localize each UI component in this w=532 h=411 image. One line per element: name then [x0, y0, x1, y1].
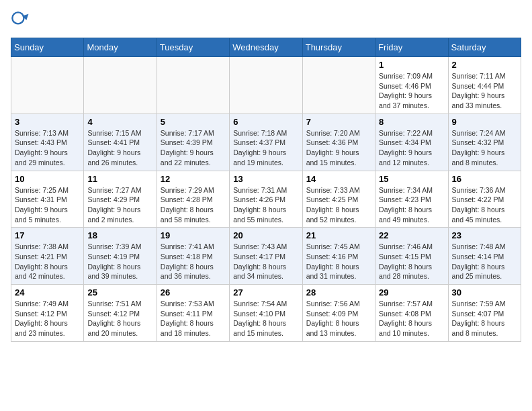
day-number: 2 — [452, 60, 517, 70]
calendar-week-row: 1Sunrise: 7:09 AM Sunset: 4:46 PM Daylig… — [11, 57, 521, 114]
calendar-day-cell: 23Sunrise: 7:48 AM Sunset: 4:14 PM Dayli… — [448, 228, 521, 285]
day-info: Sunrise: 7:25 AM Sunset: 4:31 PM Dayligh… — [15, 185, 80, 225]
day-info: Sunrise: 7:29 AM Sunset: 4:28 PM Dayligh… — [161, 185, 226, 225]
calendar-day-cell — [157, 57, 229, 114]
day-number: 16 — [452, 174, 517, 184]
calendar-day-cell: 5Sunrise: 7:17 AM Sunset: 4:39 PM Daylig… — [157, 113, 229, 171]
calendar-day-cell: 27Sunrise: 7:54 AM Sunset: 4:10 PM Dayli… — [230, 285, 302, 342]
day-info: Sunrise: 7:13 AM Sunset: 4:43 PM Dayligh… — [15, 128, 80, 168]
calendar-week-row: 10Sunrise: 7:25 AM Sunset: 4:31 PM Dayli… — [11, 171, 521, 228]
calendar-day-cell: 17Sunrise: 7:38 AM Sunset: 4:21 PM Dayli… — [11, 228, 84, 285]
day-number: 1 — [379, 60, 444, 70]
calendar-day-cell: 8Sunrise: 7:22 AM Sunset: 4:34 PM Daylig… — [375, 113, 448, 171]
day-number: 11 — [87, 174, 152, 184]
day-number: 15 — [379, 174, 444, 184]
calendar-body: 1Sunrise: 7:09 AM Sunset: 4:46 PM Daylig… — [11, 57, 521, 342]
day-number: 17 — [15, 230, 80, 240]
day-info: Sunrise: 7:27 AM Sunset: 4:29 PM Dayligh… — [87, 185, 152, 225]
day-number: 22 — [379, 230, 444, 240]
day-info: Sunrise: 7:15 AM Sunset: 4:41 PM Dayligh… — [87, 128, 152, 168]
page-header — [11, 11, 521, 30]
day-number: 4 — [87, 117, 152, 127]
day-info: Sunrise: 7:41 AM Sunset: 4:18 PM Dayligh… — [161, 242, 226, 281]
calendar-day-header: Tuesday — [157, 38, 229, 57]
day-number: 5 — [161, 117, 226, 127]
day-info: Sunrise: 7:45 AM Sunset: 4:16 PM Dayligh… — [306, 242, 371, 281]
calendar-day-cell — [302, 57, 375, 114]
day-info: Sunrise: 7:18 AM Sunset: 4:37 PM Dayligh… — [233, 128, 298, 168]
day-number: 8 — [379, 117, 444, 127]
day-number: 26 — [161, 287, 226, 298]
day-number: 18 — [87, 230, 152, 240]
calendar-day-cell: 11Sunrise: 7:27 AM Sunset: 4:29 PM Dayli… — [84, 171, 157, 228]
calendar-day-cell: 10Sunrise: 7:25 AM Sunset: 4:31 PM Dayli… — [11, 171, 84, 228]
calendar-day-cell: 18Sunrise: 7:39 AM Sunset: 4:19 PM Dayli… — [84, 228, 157, 285]
calendar-day-header: Sunday — [11, 38, 84, 57]
day-info: Sunrise: 7:51 AM Sunset: 4:12 PM Dayligh… — [87, 299, 152, 338]
day-info: Sunrise: 7:36 AM Sunset: 4:22 PM Dayligh… — [452, 185, 517, 225]
calendar-table: SundayMondayTuesdayWednesdayThursdayFrid… — [11, 38, 521, 342]
day-info: Sunrise: 7:24 AM Sunset: 4:32 PM Dayligh… — [452, 128, 517, 168]
calendar-day-cell — [11, 57, 84, 114]
calendar-day-cell: 7Sunrise: 7:20 AM Sunset: 4:36 PM Daylig… — [302, 113, 375, 171]
calendar-day-cell: 15Sunrise: 7:34 AM Sunset: 4:23 PM Dayli… — [375, 171, 448, 228]
day-info: Sunrise: 7:43 AM Sunset: 4:17 PM Dayligh… — [233, 242, 298, 281]
day-number: 10 — [15, 174, 80, 184]
day-number: 29 — [379, 287, 444, 298]
calendar-day-cell: 25Sunrise: 7:51 AM Sunset: 4:12 PM Dayli… — [84, 285, 157, 342]
calendar-week-row: 17Sunrise: 7:38 AM Sunset: 4:21 PM Dayli… — [11, 228, 521, 285]
day-info: Sunrise: 7:34 AM Sunset: 4:23 PM Dayligh… — [379, 185, 444, 225]
calendar-day-cell: 21Sunrise: 7:45 AM Sunset: 4:16 PM Dayli… — [302, 228, 375, 285]
day-info: Sunrise: 7:48 AM Sunset: 4:14 PM Dayligh… — [452, 242, 517, 281]
day-info: Sunrise: 7:57 AM Sunset: 4:08 PM Dayligh… — [379, 299, 444, 338]
day-info: Sunrise: 7:39 AM Sunset: 4:19 PM Dayligh… — [87, 242, 152, 281]
day-info: Sunrise: 7:56 AM Sunset: 4:09 PM Dayligh… — [306, 299, 371, 338]
svg-point-0 — [12, 12, 24, 24]
day-number: 23 — [452, 230, 517, 240]
calendar-day-cell: 16Sunrise: 7:36 AM Sunset: 4:22 PM Dayli… — [448, 171, 521, 228]
calendar-day-header: Monday — [84, 38, 157, 57]
day-info: Sunrise: 7:17 AM Sunset: 4:39 PM Dayligh… — [161, 128, 226, 168]
calendar-day-header: Friday — [375, 38, 448, 57]
calendar-week-row: 3Sunrise: 7:13 AM Sunset: 4:43 PM Daylig… — [11, 113, 521, 171]
day-info: Sunrise: 7:22 AM Sunset: 4:34 PM Dayligh… — [379, 128, 444, 168]
day-info: Sunrise: 7:46 AM Sunset: 4:15 PM Dayligh… — [379, 242, 444, 281]
day-info: Sunrise: 7:20 AM Sunset: 4:36 PM Dayligh… — [306, 128, 371, 168]
calendar-day-cell: 3Sunrise: 7:13 AM Sunset: 4:43 PM Daylig… — [11, 113, 84, 171]
day-info: Sunrise: 7:53 AM Sunset: 4:11 PM Dayligh… — [161, 299, 226, 338]
day-number: 9 — [452, 117, 517, 127]
day-number: 25 — [87, 287, 152, 298]
calendar-day-cell — [84, 57, 157, 114]
day-number: 7 — [306, 117, 371, 127]
day-info: Sunrise: 7:49 AM Sunset: 4:12 PM Dayligh… — [15, 299, 80, 338]
day-info: Sunrise: 7:33 AM Sunset: 4:25 PM Dayligh… — [306, 185, 371, 225]
calendar-header-row: SundayMondayTuesdayWednesdayThursdayFrid… — [11, 38, 521, 57]
calendar-day-cell: 2Sunrise: 7:11 AM Sunset: 4:44 PM Daylig… — [448, 57, 521, 114]
calendar-day-cell: 26Sunrise: 7:53 AM Sunset: 4:11 PM Dayli… — [157, 285, 229, 342]
day-info: Sunrise: 7:59 AM Sunset: 4:07 PM Dayligh… — [452, 299, 517, 338]
logo — [11, 11, 32, 30]
day-number: 21 — [306, 230, 371, 240]
calendar-day-cell: 30Sunrise: 7:59 AM Sunset: 4:07 PM Dayli… — [448, 285, 521, 342]
calendar-day-header: Thursday — [302, 38, 375, 57]
calendar-day-cell: 22Sunrise: 7:46 AM Sunset: 4:15 PM Dayli… — [375, 228, 448, 285]
day-info: Sunrise: 7:09 AM Sunset: 4:46 PM Dayligh… — [379, 71, 444, 111]
day-number: 13 — [233, 174, 298, 184]
calendar-day-header: Wednesday — [230, 38, 302, 57]
day-number: 28 — [306, 287, 371, 298]
logo-icon — [11, 11, 30, 30]
calendar-day-header: Saturday — [448, 38, 521, 57]
calendar-day-cell: 14Sunrise: 7:33 AM Sunset: 4:25 PM Dayli… — [302, 171, 375, 228]
day-number: 27 — [233, 287, 298, 298]
calendar-day-cell: 4Sunrise: 7:15 AM Sunset: 4:41 PM Daylig… — [84, 113, 157, 171]
day-number: 14 — [306, 174, 371, 184]
calendar-day-cell: 20Sunrise: 7:43 AM Sunset: 4:17 PM Dayli… — [230, 228, 302, 285]
day-number: 3 — [15, 117, 80, 127]
calendar-day-cell: 13Sunrise: 7:31 AM Sunset: 4:26 PM Dayli… — [230, 171, 302, 228]
calendar-day-cell: 24Sunrise: 7:49 AM Sunset: 4:12 PM Dayli… — [11, 285, 84, 342]
day-info: Sunrise: 7:31 AM Sunset: 4:26 PM Dayligh… — [233, 185, 298, 225]
day-number: 20 — [233, 230, 298, 240]
calendar-week-row: 24Sunrise: 7:49 AM Sunset: 4:12 PM Dayli… — [11, 285, 521, 342]
calendar-day-cell: 12Sunrise: 7:29 AM Sunset: 4:28 PM Dayli… — [157, 171, 229, 228]
calendar-day-cell — [230, 57, 302, 114]
